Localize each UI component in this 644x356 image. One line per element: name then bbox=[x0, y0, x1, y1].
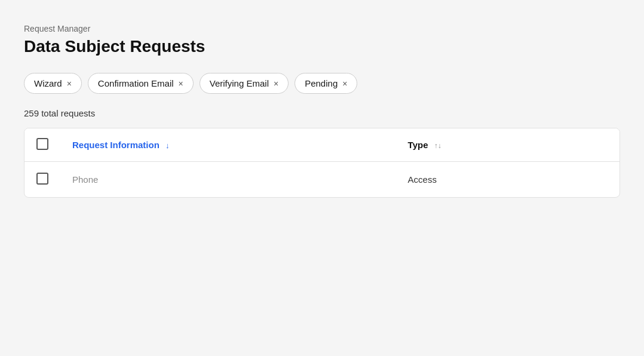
th-type[interactable]: Type ↑↓ bbox=[396, 128, 620, 162]
table-container: Request Information ↓ Type ↑↓ Phone bbox=[24, 128, 620, 198]
th-request-information-label: Request Information bbox=[72, 140, 160, 150]
row-checkbox[interactable] bbox=[36, 173, 48, 185]
sort-down-icon: ↓ bbox=[165, 141, 170, 150]
filter-chip-label-verifying-email: Verifying Email bbox=[210, 78, 269, 88]
filter-chip-label-pending: Pending bbox=[305, 78, 338, 88]
filter-chips: Wizard×Confirmation Email×Verifying Emai… bbox=[24, 73, 620, 94]
filter-chip-verifying-email[interactable]: Verifying Email× bbox=[200, 73, 289, 94]
sort-updown-icon: ↑↓ bbox=[434, 142, 441, 150]
page-title: Data Subject Requests bbox=[24, 37, 620, 56]
filter-chip-close-wizard[interactable]: × bbox=[67, 79, 72, 88]
filter-chip-pending[interactable]: Pending× bbox=[295, 73, 357, 94]
th-type-label: Type bbox=[408, 140, 428, 150]
filter-chip-label-confirmation-email: Confirmation Email bbox=[98, 78, 174, 88]
filter-chip-close-pending[interactable]: × bbox=[342, 79, 347, 88]
row-checkbox-cell bbox=[24, 162, 60, 198]
breadcrumb: Request Manager bbox=[24, 24, 620, 33]
filter-chip-close-verifying-email[interactable]: × bbox=[274, 79, 278, 88]
filter-chip-confirmation-email[interactable]: Confirmation Email× bbox=[88, 73, 194, 94]
filter-chip-close-confirmation-email[interactable]: × bbox=[179, 79, 183, 88]
row-type-cell: Access bbox=[396, 162, 620, 198]
select-all-checkbox[interactable] bbox=[36, 138, 48, 150]
table-row: Phone Access bbox=[24, 162, 620, 198]
filter-chip-wizard[interactable]: Wizard× bbox=[24, 73, 82, 94]
row-type-value: Access bbox=[408, 174, 437, 185]
page-container: Request Manager Data Subject Requests Wi… bbox=[0, 0, 644, 356]
requests-table: Request Information ↓ Type ↑↓ Phone bbox=[24, 128, 620, 197]
table-body: Phone Access bbox=[24, 162, 620, 198]
th-checkbox bbox=[24, 128, 60, 162]
total-requests: 259 total requests bbox=[24, 108, 620, 118]
th-request-information[interactable]: Request Information ↓ bbox=[60, 128, 396, 162]
row-request-info-cell: Phone bbox=[60, 162, 396, 198]
row-request-info-value: Phone bbox=[72, 174, 98, 185]
filter-chip-label-wizard: Wizard bbox=[34, 78, 62, 88]
table-header-row: Request Information ↓ Type ↑↓ bbox=[24, 128, 620, 162]
